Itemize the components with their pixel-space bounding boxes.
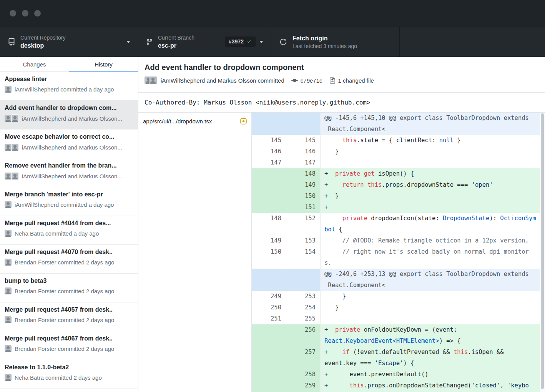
diff-row: 151+ bbox=[252, 202, 545, 213]
diff-row: 148152 private dropdownIcon(state: Dropd… bbox=[252, 213, 545, 235]
diff-gutter-new: 254 bbox=[286, 302, 321, 313]
diff-gutter-old bbox=[252, 113, 286, 135]
file-path: app/src/ui/t.../dropdown.tsx bbox=[143, 118, 212, 125]
commit-meta-text: iAmWillShepherd committed a day ago bbox=[15, 86, 114, 93]
commit-meta: Neha Batra committed a day ago bbox=[5, 230, 133, 237]
tab-changes[interactable]: Changes bbox=[0, 57, 69, 71]
git-branch-icon bbox=[146, 38, 153, 45]
diff-gutter-new: 149 bbox=[286, 179, 321, 191]
sidebar: Changes History Appease linter iAmWillSh… bbox=[0, 57, 138, 392]
commit-title: Add event handler to dropdown com... bbox=[5, 104, 133, 112]
repository-name: desktop bbox=[20, 42, 123, 50]
tab-history[interactable]: History bbox=[69, 57, 138, 71]
branch-label: Current Branch bbox=[158, 34, 221, 41]
diff-code-line bbox=[321, 157, 545, 168]
toolbar-filler bbox=[400, 27, 545, 57]
diff-code-line: + private get isOpen() { bbox=[321, 168, 545, 179]
diff-gutter-old: 150 bbox=[252, 246, 286, 269]
commit-meta: Brendan Forster committed 2 days ago bbox=[5, 316, 133, 323]
commit-list-item[interactable]: Move escape behavior to correct co... iA… bbox=[0, 130, 138, 158]
diff-gutter-new: 151 bbox=[286, 202, 321, 213]
diff-gutter-new: 153 bbox=[286, 235, 321, 246]
diff-gutter-new: 147 bbox=[286, 157, 321, 168]
avatar bbox=[5, 173, 12, 179]
diff-gutter-old: 148 bbox=[252, 213, 286, 235]
branch-switcher-button[interactable]: Current Branch esc-pr #3972 bbox=[138, 27, 271, 57]
commit-list-item[interactable]: Merge pull request #4070 from desk.. Bre… bbox=[0, 245, 138, 274]
commit-meta: Brendan Forster committed 2 days ago bbox=[5, 287, 133, 294]
commit-title: Remove event handler from the bran... bbox=[5, 162, 133, 169]
diff-gutter-old: 249 bbox=[252, 291, 286, 302]
sync-icon bbox=[279, 38, 287, 46]
commit-list-item[interactable]: bump to beta3 Brendan Forster committed … bbox=[0, 274, 138, 302]
commit-list: Appease linter iAmWillShepherd committed… bbox=[0, 72, 138, 392]
avatar bbox=[5, 345, 12, 352]
diff-gutter-old bbox=[252, 269, 286, 291]
avatar bbox=[5, 316, 12, 323]
app-window: Current Repository desktop Current Branc… bbox=[0, 0, 545, 392]
diff-gutter-new: 253 bbox=[286, 291, 321, 302]
diff-row: 258+ event.preventDefault() bbox=[252, 369, 545, 380]
diff-row: 150154 // right now it's scaled badly on… bbox=[252, 246, 545, 269]
file-list-item[interactable]: app/src/ui/t.../dropdown.tsx bbox=[138, 113, 251, 130]
commit-list-item[interactable]: Merge branch 'master' into esc-pr iAmWil… bbox=[0, 187, 138, 216]
diff-code-line: } bbox=[321, 302, 545, 313]
diff-gutter-old bbox=[252, 191, 286, 202]
scrollbar[interactable] bbox=[540, 113, 545, 392]
diff-gutter-old: 145 bbox=[252, 135, 286, 146]
zoom-button[interactable] bbox=[34, 10, 41, 17]
scrollbar-thumb[interactable] bbox=[541, 113, 544, 389]
avatar bbox=[5, 201, 12, 208]
fetch-status: Last fetched 3 minutes ago bbox=[292, 43, 392, 50]
git-commit-icon bbox=[291, 77, 298, 84]
diff-gutter-new: 256 bbox=[286, 324, 321, 347]
commit-list-item[interactable]: Add event handler to dropdown com... iAm… bbox=[0, 101, 138, 130]
branch-name: esc-pr bbox=[158, 42, 221, 50]
commit-list-item[interactable]: Merge pull request #4044 from des... Neh… bbox=[0, 216, 138, 245]
commit-list-item[interactable]: Appease linter iAmWillShepherd committed… bbox=[0, 72, 138, 101]
toolbar: Current Repository desktop Current Branc… bbox=[0, 26, 545, 57]
commit-meta: iAmWillShepherd committed a day ago bbox=[5, 201, 133, 208]
diff-row: @@ -145,6 +145,10 @@ export class Toolba… bbox=[252, 113, 545, 135]
commit-list-item[interactable]: Merge pull request #4067 from desk.. Bre… bbox=[0, 331, 138, 360]
commit-avatars bbox=[145, 76, 157, 85]
check-icon bbox=[246, 39, 252, 44]
commit-list-item[interactable]: Merge pull request #4057 from desk.. Bre… bbox=[0, 302, 138, 331]
chevron-down-icon bbox=[259, 41, 263, 43]
commit-meta-text: Brendan Forster committed 2 days ago bbox=[15, 259, 114, 266]
diff-gutter-old: 251 bbox=[252, 313, 286, 324]
repository-switcher-button[interactable]: Current Repository desktop bbox=[0, 27, 138, 57]
diff-row: 148+ private get isOpen() { bbox=[252, 168, 545, 179]
diff-code-line: + this.props.onDropdownStateChanged('clo… bbox=[321, 380, 545, 392]
diff-area: app/src/ui/t.../dropdown.tsx @@ -145,6 +… bbox=[138, 113, 545, 392]
diff-row: 251255 bbox=[252, 313, 545, 324]
diff-gutter-new: 255 bbox=[286, 313, 321, 324]
diff-row: 149153 // @TODO: Remake triangle octicon… bbox=[252, 235, 545, 246]
commit-title: Merge pull request #4057 from desk.. bbox=[5, 306, 133, 314]
commit-list-item[interactable]: Merge pull request #4073 from des... bbox=[0, 389, 138, 392]
commit-meta: iAmWillShepherd and Markus Olsson... bbox=[5, 172, 133, 180]
commit-list-item[interactable]: Remove event handler from the bran... iA… bbox=[0, 158, 138, 187]
commit-meta: iAmWillShepherd and Markus Olsson... bbox=[5, 115, 133, 122]
commit-meta: Neha Batra committed 2 days ago bbox=[5, 374, 133, 381]
commit-description: Co-Authored-By: Markus Olsson <niik@user… bbox=[138, 93, 545, 113]
diff-gutter-new: 152 bbox=[286, 213, 321, 235]
minimize-button[interactable] bbox=[22, 10, 28, 17]
avatar bbox=[5, 259, 12, 266]
diff-code-line: @@ -249,6 +253,13 @@ export class Toolba… bbox=[321, 269, 545, 291]
fetch-origin-button[interactable]: Fetch origin Last fetched 3 minutes ago bbox=[271, 27, 400, 57]
commit-title: Move escape behavior to correct co... bbox=[5, 133, 133, 141]
diff-code-line: + return this.props.dropdownState === 'o… bbox=[321, 179, 545, 191]
close-button[interactable] bbox=[10, 10, 16, 17]
commit-detail: Add event handler to dropdown component … bbox=[138, 57, 545, 392]
commit-list-item[interactable]: Release to 1.1.0-beta2 Neha Batra commit… bbox=[0, 360, 138, 389]
diff-row: 259+ this.props.onDropdownStateChanged('… bbox=[252, 380, 545, 392]
diff-row: 147147 bbox=[252, 157, 545, 168]
diff-gutter-new: 257 bbox=[286, 347, 321, 369]
diff-row: @@ -249,6 +253,13 @@ export class Toolba… bbox=[252, 269, 545, 291]
commit-meta: iAmWillShepherd and Markus Olsson... bbox=[5, 143, 133, 151]
changed-files-count: 1 changed file bbox=[338, 77, 374, 84]
commit-title: Merge pull request #4067 from desk.. bbox=[5, 335, 133, 342]
commit-sha: c79e71c bbox=[301, 77, 322, 84]
titlebar bbox=[0, 0, 545, 26]
